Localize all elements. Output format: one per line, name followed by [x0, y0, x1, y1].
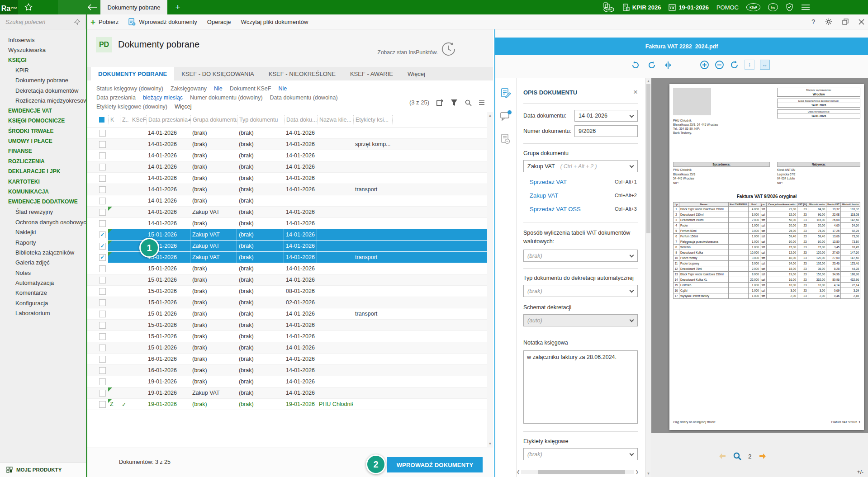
table-row[interactable]: 14-01-2026(brak)(brak)14-01-2026 [87, 150, 487, 161]
sidebar-item-laboratorium[interactable]: Laboratorium [0, 308, 86, 318]
accounting-period-date[interactable]: 19-01-2026 [669, 4, 709, 11]
split-view-icon[interactable] [664, 61, 673, 69]
row-checkbox[interactable] [99, 141, 106, 148]
help-icon[interactable]: ? [811, 18, 815, 25]
operacje-menu[interactable]: Operacje [207, 19, 231, 25]
row-checkbox[interactable] [99, 220, 106, 227]
row-checkbox[interactable] [99, 198, 106, 204]
zoom-out-icon[interactable] [715, 60, 724, 70]
sidebar-item-komentarze[interactable]: Komentarze [0, 288, 86, 298]
page-number[interactable]: 2 [748, 453, 752, 460]
table-row[interactable]: 15-01-2026(brak)(brak)02-01-2026 [87, 297, 487, 308]
table-row[interactable]: 15-01-2026(brak)(brak)14-01-2026 [87, 320, 487, 331]
notatka-textarea[interactable]: w załączniku faktury za 28.06.2024. [523, 350, 638, 424]
wprowadz-dokumenty-submit-button[interactable]: WPROWADŹ DOKUMENTY [387, 457, 483, 472]
document-edit-icon[interactable] [501, 88, 511, 99]
table-row[interactable]: 15-01-2026(brak)(brak)14-01-2026 [87, 263, 487, 274]
sposob-select[interactable]: (brak) [523, 250, 638, 262]
refresh-icon[interactable] [730, 60, 739, 70]
table-row[interactable]: 14-01-2026Zakup VAT(brak)14-01-2026 [87, 207, 487, 218]
comments-icon[interactable] [500, 111, 511, 121]
search-icon[interactable] [465, 99, 472, 106]
row-checkbox[interactable] [99, 277, 106, 283]
filter-data-dokumentu-dowolna[interactable]: Data dokumentu (dowolna) [270, 94, 338, 101]
filter-dokument-ksef[interactable]: Dokument KSeF [230, 85, 271, 92]
sidebar-item-księgi-pomocnicze[interactable]: KSIĘGI POMOCNICZE [0, 116, 86, 126]
filter-nie[interactable]: Nie [278, 85, 287, 92]
filter-data-przesłania[interactable]: Data przesłania [96, 94, 136, 101]
table-row[interactable]: 14-01-2026(brak)(brak)14-01-2026sprzęt k… [87, 139, 487, 150]
row-checkbox[interactable] [99, 186, 106, 193]
company-selector[interactable]: 1 KPiR 2026 [622, 4, 661, 11]
row-checkbox[interactable] [99, 175, 106, 182]
filter-zaksięgowany[interactable]: Zaksięgowany [171, 85, 207, 92]
rotate-left-icon[interactable] [631, 61, 640, 70]
sync-clock-icon[interactable] [440, 41, 457, 57]
sidebar-item-ewidencje-vat[interactable]: EWIDENCJE VAT [0, 106, 86, 116]
grupa-dokumentu-select[interactable]: Zakup VAT( Ctrl + Alt + 2 ) [523, 160, 638, 172]
sidebar-item-ewidencje-dodatkowe[interactable]: EWIDENCJE DODATKOWE [0, 197, 86, 207]
tab-dokumenty-pobrane[interactable]: DOKUMENTY POBRANE [91, 67, 174, 80]
row-checkbox[interactable] [99, 322, 106, 329]
hamburger-menu-icon[interactable] [801, 4, 810, 10]
tab-ksef-do-księgowania[interactable]: KSEF - DO KSIĘGOWANIA [174, 67, 261, 80]
sidebar-item-raporty[interactable]: Raporty [0, 237, 86, 247]
shield-check-icon[interactable] [786, 3, 793, 11]
table-row[interactable]: 14-01-2026(brak)(brak)14-01-2026transpor… [87, 184, 487, 195]
row-checkbox[interactable]: ✓ [99, 254, 106, 261]
inspunkty-link[interactable]: Zobacz stan InsPunktów. [378, 49, 438, 56]
table-row[interactable]: 14-01-2026(brak)(brak)14-01-2026 [87, 161, 487, 173]
column-typ[interactable]: Typ dokumentu [237, 115, 284, 124]
next-page-icon[interactable] [759, 453, 767, 459]
fit-height-icon[interactable]: ↕ [745, 60, 754, 70]
fit-width-icon[interactable]: ↔ [760, 60, 770, 70]
typ-dekretacji-select[interactable]: (brak) [523, 285, 638, 297]
filter-numer-dokumentu-dowolny[interactable]: Numer dokumentu (dowolny) [190, 94, 263, 101]
sidebar-item-infoserwis[interactable]: Infoserwis [0, 35, 86, 45]
sidebar-item-galeria-zdjęć[interactable]: Galeria zdjęć [0, 258, 86, 268]
sidebar-item-kartoteki[interactable]: KARTOTEKI [0, 176, 86, 186]
list-menu-icon[interactable] [479, 100, 485, 105]
table-row[interactable]: 19-01-2026(brak)(brak)14-01-2026 [87, 376, 487, 387]
wprowadz-dokumenty-button[interactable]: Wprowadź dokumenty [128, 18, 197, 26]
numer-dokumentu-input[interactable]: 9/2026 [574, 125, 638, 137]
back-arrow-icon[interactable] [84, 0, 100, 14]
sidebar-item-wyszukiwarka[interactable]: Wyszukiwarka [0, 45, 86, 55]
restore-window-icon[interactable] [842, 19, 849, 25]
table-row[interactable]: 16-01-2026(brak)(brak)14-01-2026 [87, 354, 487, 365]
table-row[interactable]: 14-01-2026(brak)(brak)14-01-2026 [87, 218, 487, 229]
group-link-sprzedaż-vat[interactable]: Sprzedaż VATCtrl+Alt+1 [523, 175, 638, 189]
sidebar-item-automatyzacja[interactable]: Automatyzacja [0, 278, 86, 288]
sidebar-item-dokumenty-pobrane[interactable]: Dokumenty pobrane [0, 76, 86, 85]
close-icon[interactable] [859, 19, 864, 25]
rotate-right-icon[interactable] [647, 61, 656, 70]
row-checkbox[interactable] [99, 345, 106, 351]
column-data-dokumentu[interactable]: Data doku... [284, 115, 317, 124]
filter-status-księgowy-dowolny[interactable]: Status księgowy (dowolny) [96, 85, 163, 92]
app-logo[interactable]: RaPRO [0, 0, 18, 14]
table-row[interactable]: 14-01-2026(brak)(brak)14-01-2026 [87, 128, 487, 139]
sidebar-item-konfiguracja[interactable]: Konfiguracja [0, 298, 86, 308]
row-checkbox[interactable] [99, 378, 106, 385]
column-data-przeslania[interactable]: Data przesłania [146, 115, 190, 124]
table-row[interactable]: 14-01-2026(brak)(brak) [87, 195, 487, 207]
sidebar-item-biblioteka-załączników[interactable]: Biblioteka załączników [0, 247, 86, 257]
sidebar-item-moje-produkty[interactable]: MOJE PRODUKTY [0, 462, 86, 477]
column-k[interactable]: K [108, 115, 120, 124]
gear-icon[interactable] [825, 18, 832, 25]
etykiety-select[interactable]: (brak) [523, 448, 638, 460]
row-checkbox[interactable] [99, 401, 106, 408]
sidebar-item-dekretacja-dokumentów[interactable]: Dekretacja dokumentów [0, 85, 86, 95]
row-checkbox[interactable]: ✓ [99, 243, 106, 250]
command-search-input[interactable]: Szukaj poleceń [0, 14, 86, 29]
ksef-upload-icon[interactable]: KSeF [601, 2, 615, 12]
row-checkbox[interactable] [99, 367, 106, 374]
table-row[interactable]: 19-01-2026Zakup VAT(brak)14-01-2026 [87, 387, 487, 399]
row-checkbox[interactable] [99, 288, 106, 295]
table-row[interactable]: 15-01-2026(brak)(brak)08-01-2026 [87, 286, 487, 297]
column-z[interactable]: Z.. [120, 115, 130, 124]
sidebar-item-deklaracje-i-jpk[interactable]: DEKLARACJE I JPK [0, 166, 86, 176]
pobierz-button[interactable]: +Pobierz [90, 18, 119, 26]
document-payment-icon[interactable] [501, 134, 511, 145]
table-row[interactable]: Z✓19-01-2026(brak)(brak)19-01-2026PHU Ch… [87, 399, 487, 410]
